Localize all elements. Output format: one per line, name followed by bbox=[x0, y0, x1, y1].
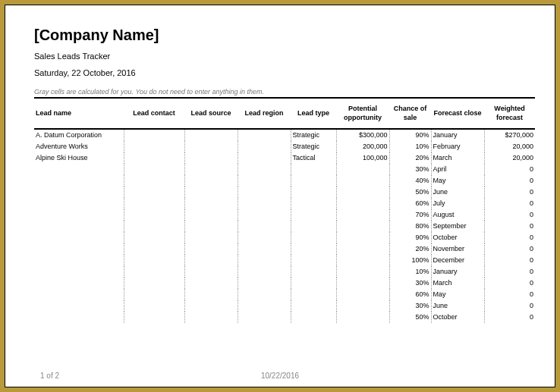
cell-close: September bbox=[431, 221, 484, 232]
cell-chance: 90% bbox=[389, 232, 431, 243]
cell-lead-name bbox=[34, 221, 124, 232]
footer-date: 10/22/2016 bbox=[5, 372, 555, 380]
cell-lead-region bbox=[238, 278, 291, 289]
cell-opportunity bbox=[336, 209, 389, 221]
cell-opportunity bbox=[336, 300, 389, 312]
cell-weighted: 0 bbox=[484, 300, 535, 312]
cell-lead-source bbox=[184, 175, 238, 187]
cell-close: May bbox=[431, 175, 484, 187]
cell-opportunity bbox=[336, 278, 389, 289]
leads-table: Lead name Lead contact Lead source Lead … bbox=[34, 97, 535, 323]
cell-opportunity bbox=[336, 243, 389, 255]
cell-lead-region bbox=[238, 255, 291, 266]
cell-opportunity bbox=[336, 312, 389, 323]
cell-lead-source bbox=[184, 300, 238, 312]
cell-weighted: 0 bbox=[484, 266, 535, 278]
cell-lead-name bbox=[34, 289, 124, 300]
table-row: 30%April0 bbox=[34, 164, 535, 175]
cell-chance: 10% bbox=[389, 141, 431, 152]
cell-lead-region bbox=[238, 221, 291, 232]
cell-chance: 60% bbox=[389, 289, 431, 300]
cell-lead-source bbox=[184, 255, 238, 266]
cell-lead-type: Tactical bbox=[291, 152, 336, 164]
cell-chance: 50% bbox=[389, 187, 431, 198]
cell-lead-contact bbox=[124, 198, 184, 209]
cell-lead-region bbox=[238, 300, 291, 312]
cell-lead-type: Strategic bbox=[291, 141, 336, 152]
cell-weighted: 0 bbox=[484, 221, 535, 232]
cell-lead-region bbox=[238, 243, 291, 255]
calc-note: Gray cells are calculated for you. You d… bbox=[34, 88, 544, 96]
cell-lead-type bbox=[291, 243, 336, 255]
doc-date: Saturday, 22 October, 2016 bbox=[34, 68, 544, 77]
cell-chance: 70% bbox=[389, 209, 431, 221]
cell-chance: 50% bbox=[389, 312, 431, 323]
col-lead-name: Lead name bbox=[34, 98, 124, 129]
cell-lead-contact bbox=[124, 255, 184, 266]
cell-chance: 100% bbox=[389, 255, 431, 266]
cell-close: October bbox=[431, 312, 484, 323]
cell-close: August bbox=[431, 209, 484, 221]
cell-lead-name bbox=[34, 175, 124, 187]
cell-weighted: 0 bbox=[484, 198, 535, 209]
cell-close: December bbox=[431, 255, 484, 266]
cell-lead-type bbox=[291, 232, 336, 243]
col-lead-source: Lead source bbox=[184, 98, 238, 129]
cell-lead-name bbox=[34, 209, 124, 221]
header-row: Lead name Lead contact Lead source Lead … bbox=[34, 98, 535, 129]
table-row: 30%June0 bbox=[34, 300, 535, 312]
cell-weighted: 0 bbox=[484, 175, 535, 187]
table-body: A. Datum CorporationStrategic$300,00090%… bbox=[34, 129, 535, 323]
cell-lead-name bbox=[34, 198, 124, 209]
cell-opportunity bbox=[336, 266, 389, 278]
cell-lead-region bbox=[238, 232, 291, 243]
cell-weighted: 20,000 bbox=[484, 141, 535, 152]
cell-chance: 40% bbox=[389, 175, 431, 187]
cell-weighted: 0 bbox=[484, 312, 535, 323]
cell-lead-region bbox=[238, 129, 291, 141]
cell-lead-type bbox=[291, 289, 336, 300]
table-row: A. Datum CorporationStrategic$300,00090%… bbox=[34, 129, 535, 141]
cell-lead-name: A. Datum Corporation bbox=[34, 129, 124, 141]
cell-close: February bbox=[431, 141, 484, 152]
cell-lead-type bbox=[291, 300, 336, 312]
cell-opportunity bbox=[336, 255, 389, 266]
cell-lead-contact bbox=[124, 232, 184, 243]
cell-lead-type bbox=[291, 164, 336, 175]
cell-lead-source bbox=[184, 209, 238, 221]
col-potential-opp: Potential opportunity bbox=[336, 98, 389, 129]
cell-lead-type bbox=[291, 187, 336, 198]
cell-lead-region bbox=[238, 266, 291, 278]
cell-lead-type: Strategic bbox=[291, 129, 336, 141]
cell-lead-region bbox=[238, 312, 291, 323]
cell-opportunity: 200,000 bbox=[336, 141, 389, 152]
cell-close: November bbox=[431, 243, 484, 255]
cell-close: March bbox=[431, 278, 484, 289]
cell-lead-contact bbox=[124, 312, 184, 323]
table-row: 40%May0 bbox=[34, 175, 535, 187]
cell-lead-name bbox=[34, 232, 124, 243]
col-lead-type: Lead type bbox=[291, 98, 336, 129]
cell-close: May bbox=[431, 289, 484, 300]
cell-lead-source bbox=[184, 221, 238, 232]
cell-lead-region bbox=[238, 209, 291, 221]
table-row: 80%September0 bbox=[34, 221, 535, 232]
document-page: [Company Name] Sales Leads Tracker Satur… bbox=[5, 5, 555, 387]
cell-opportunity bbox=[336, 198, 389, 209]
cell-chance: 20% bbox=[389, 243, 431, 255]
cell-lead-source bbox=[184, 187, 238, 198]
cell-lead-name bbox=[34, 278, 124, 289]
cell-weighted: 0 bbox=[484, 243, 535, 255]
cell-lead-type bbox=[291, 221, 336, 232]
cell-lead-source bbox=[184, 152, 238, 164]
cell-weighted: 0 bbox=[484, 232, 535, 243]
cell-lead-source bbox=[184, 129, 238, 141]
cell-lead-region bbox=[238, 152, 291, 164]
cell-lead-region bbox=[238, 175, 291, 187]
cell-lead-contact bbox=[124, 164, 184, 175]
cell-lead-contact bbox=[124, 243, 184, 255]
cell-weighted: 0 bbox=[484, 209, 535, 221]
cell-opportunity: $300,000 bbox=[336, 129, 389, 141]
cell-lead-region bbox=[238, 141, 291, 152]
cell-lead-type bbox=[291, 209, 336, 221]
